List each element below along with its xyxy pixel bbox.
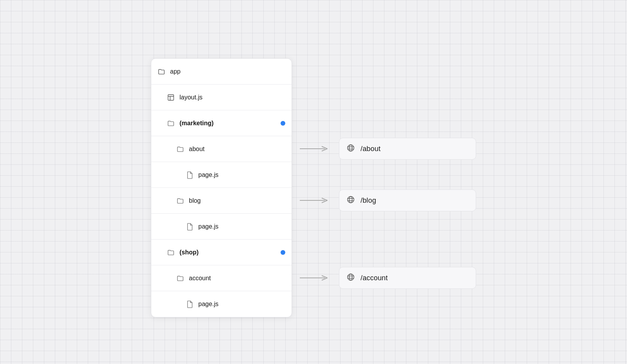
tree-label-about-page: page.js — [198, 171, 285, 178]
folder-icon-shop — [167, 249, 175, 256]
tree-row-app: app — [151, 59, 292, 85]
svg-point-4 — [348, 145, 354, 151]
route-label-account: /account — [361, 274, 388, 282]
tree-row-blog: blog — [151, 188, 292, 214]
svg-point-14 — [348, 274, 354, 281]
tree-row-layout: layout.js — [151, 85, 292, 110]
tree-label-blog-page: page.js — [198, 223, 285, 230]
blue-dot-marketing — [281, 121, 285, 126]
file-icon-about-page — [186, 171, 194, 179]
tree-row-account-page: page.js — [151, 291, 292, 317]
spacer-account-page — [292, 291, 476, 317]
route-label-blog: /blog — [361, 196, 376, 205]
spacer-layout — [292, 84, 476, 110]
globe-icon-account — [346, 273, 355, 283]
route-box-about: /about — [339, 138, 476, 160]
routes-area: /about — [292, 58, 476, 317]
svg-point-15 — [349, 274, 352, 281]
layout-icon — [167, 94, 175, 101]
file-tree: app layout.js (marketing) — [151, 58, 292, 317]
tree-row-account: account — [151, 265, 292, 291]
svg-point-10 — [349, 196, 352, 203]
route-label-about: /about — [361, 145, 381, 153]
arrow-account — [292, 274, 339, 282]
tree-row-about: about — [151, 136, 292, 162]
svg-point-9 — [348, 196, 354, 203]
tree-row-shop: (shop) — [151, 240, 292, 265]
arrow-blog — [292, 196, 339, 204]
folder-icon-blog — [176, 197, 184, 205]
spacer-app — [292, 58, 476, 84]
route-box-blog: /blog — [339, 189, 476, 211]
route-box-account: /account — [339, 267, 476, 289]
route-row-about: /about — [292, 136, 476, 162]
spacer-about-page — [292, 162, 476, 187]
spacer-marketing — [292, 110, 476, 136]
route-row-blog: /blog — [292, 187, 476, 213]
svg-point-5 — [349, 145, 352, 151]
svg-rect-0 — [168, 94, 174, 100]
route-row-account: /account — [292, 265, 476, 291]
tree-label-layout: layout.js — [179, 94, 285, 101]
folder-icon-marketing — [167, 119, 175, 127]
globe-icon-blog — [346, 195, 355, 205]
file-icon-account-page — [186, 300, 194, 308]
spacer-shop — [292, 239, 476, 265]
globe-icon-about — [346, 144, 355, 154]
arrow-about — [292, 145, 339, 153]
tree-row-about-page: page.js — [151, 162, 292, 188]
tree-label-about: about — [189, 146, 285, 153]
spacer-blog-page — [292, 213, 476, 239]
diagram-container: app layout.js (marketing) — [151, 58, 476, 317]
folder-icon-account — [176, 274, 184, 282]
tree-label-account: account — [189, 275, 285, 282]
tree-row-marketing: (marketing) — [151, 110, 292, 136]
tree-row-blog-page: page.js — [151, 214, 292, 240]
file-icon-blog-page — [186, 223, 194, 231]
tree-label-blog: blog — [189, 197, 285, 204]
tree-label-shop: (shop) — [179, 249, 281, 256]
folder-icon-about — [176, 145, 184, 153]
tree-label-app: app — [170, 68, 285, 75]
blue-dot-shop — [281, 250, 285, 255]
folder-icon-app — [158, 68, 165, 76]
tree-label-account-page: page.js — [198, 301, 285, 308]
tree-label-marketing: (marketing) — [179, 120, 281, 127]
